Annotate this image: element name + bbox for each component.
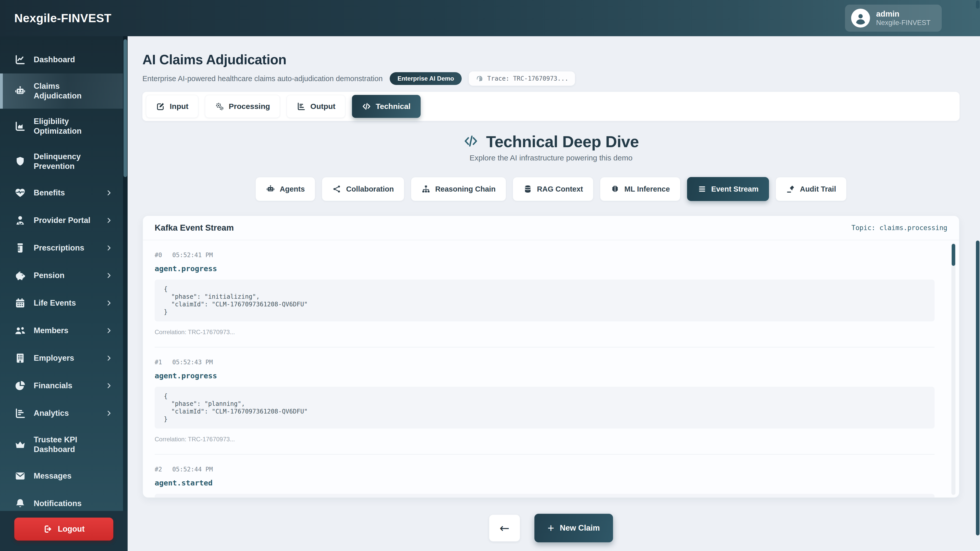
heart-pulse-icon bbox=[14, 187, 26, 199]
tab-label: Output bbox=[310, 102, 335, 111]
subtab-ml-inference[interactable]: ML Inference bbox=[600, 177, 680, 201]
fingerprint-icon bbox=[476, 75, 484, 83]
event-list: #0 05:52:41 PM agent.progress { "phase":… bbox=[143, 240, 959, 497]
card-header: Kafka Event Stream Topic: claims.process… bbox=[143, 216, 959, 240]
page-scrollbar-top-thumb[interactable] bbox=[976, 0, 980, 9]
sidebar-item-analytics[interactable]: Analytics bbox=[0, 400, 123, 427]
sidebar-item-label: Eligibility Optimization bbox=[34, 117, 105, 136]
card-title: Kafka Event Stream bbox=[155, 223, 234, 233]
chart-area-icon bbox=[14, 121, 26, 132]
sidebar-scrollbar-thumb[interactable] bbox=[124, 39, 127, 177]
tab-label: Technical bbox=[375, 102, 410, 111]
sidebar-item-dashboard[interactable]: Dashboard bbox=[0, 46, 123, 73]
sidebar-item-label: Notifications bbox=[34, 499, 82, 508]
subtab-agents[interactable]: Agents bbox=[256, 177, 315, 201]
user-badge[interactable]: admin Nexgile-FINVEST bbox=[845, 5, 942, 32]
chart-pie-icon bbox=[14, 380, 26, 392]
kafka-topic: Topic: claims.processing bbox=[851, 224, 947, 232]
event-index: #0 bbox=[155, 251, 162, 259]
sidebar-item-label: Claims Adjudication bbox=[34, 81, 105, 101]
user-icon bbox=[853, 11, 868, 25]
event-name: agent.progress bbox=[155, 264, 935, 273]
new-claim-label: New Claim bbox=[560, 524, 600, 533]
pen-square-icon bbox=[156, 102, 165, 111]
sidebar-item-employers[interactable]: Employers bbox=[0, 345, 123, 372]
subtab-label: Audit Trail bbox=[800, 185, 836, 193]
page-scrollbar-thumb[interactable] bbox=[976, 241, 980, 535]
trace-badge-label: Trace: TRC-17670973... bbox=[487, 75, 568, 82]
sidebar-item-prescriptions[interactable]: Prescriptions bbox=[0, 234, 123, 262]
demo-badge: Enterprise AI Demo bbox=[390, 72, 462, 85]
event-correlation: Correlation: TRC-17670973... bbox=[155, 436, 935, 443]
sidebar-item-trustee-kpi-dashboard[interactable]: Trustee KPI Dashboard bbox=[0, 427, 123, 462]
sidebar-item-eligibility-optimization[interactable]: Eligibility Optimization bbox=[0, 109, 123, 144]
sidebar-item-notifications[interactable]: Notifications bbox=[0, 490, 123, 511]
chevron-right-icon bbox=[105, 354, 113, 362]
sidebar-item-messages[interactable]: Messages bbox=[0, 462, 123, 490]
code-icon bbox=[463, 133, 479, 150]
gears-icon bbox=[215, 102, 224, 111]
subtab-reasoning-chain[interactable]: Reasoning Chain bbox=[411, 177, 506, 201]
logout-button[interactable]: Logout bbox=[14, 518, 113, 540]
event-time: 05:52:44 PM bbox=[172, 466, 213, 473]
tab-input[interactable]: Input bbox=[146, 95, 198, 118]
sidebar-item-label: Trustee KPI Dashboard bbox=[34, 435, 105, 454]
sidebar-item-pension[interactable]: Pension bbox=[0, 262, 123, 289]
tab-output[interactable]: Output bbox=[286, 95, 345, 118]
sidebar-item-label: Dashboard bbox=[34, 55, 75, 65]
sidebar-item-label: Messages bbox=[34, 471, 72, 481]
share-nodes-icon bbox=[332, 184, 342, 194]
subtab-label: Event Stream bbox=[711, 185, 759, 193]
calendar-icon bbox=[14, 297, 26, 309]
subtab-label: Collaboration bbox=[346, 185, 394, 193]
code-icon bbox=[362, 102, 371, 111]
event-index: #1 bbox=[155, 359, 162, 366]
sidebar-item-benefits[interactable]: Benefits bbox=[0, 179, 123, 206]
sidebar-item-financials[interactable]: Financials bbox=[0, 372, 123, 400]
subtab-event-stream[interactable]: Event Stream bbox=[687, 177, 769, 201]
event-list-scrollbar[interactable] bbox=[951, 243, 956, 495]
sidebar-item-label: Prescriptions bbox=[34, 243, 84, 253]
chevron-right-icon bbox=[105, 244, 113, 252]
robot-icon bbox=[14, 85, 26, 97]
avatar bbox=[851, 9, 870, 27]
user-org: Nexgile-FINVEST bbox=[876, 19, 931, 27]
trace-badge: Trace: TRC-17670973... bbox=[469, 71, 575, 86]
subtab-collaboration[interactable]: Collaboration bbox=[322, 177, 404, 201]
event-list-scrollbar-thumb[interactable] bbox=[952, 244, 955, 266]
sidebar-item-label: Life Events bbox=[34, 298, 76, 308]
piggy-bank-icon bbox=[14, 270, 26, 281]
event-meta: #2 05:52:44 PM bbox=[155, 466, 935, 473]
logout-icon bbox=[43, 524, 52, 534]
event-time: 05:52:41 PM bbox=[172, 251, 213, 259]
arrow-left-icon: ← bbox=[500, 521, 509, 535]
back-button[interactable]: ← bbox=[489, 514, 520, 541]
technical-subtabs: Agents Collaboration Reasoning Chain RAG… bbox=[142, 177, 959, 201]
sidebar-item-claims-adjudication[interactable]: Claims Adjudication bbox=[0, 73, 123, 109]
building-icon bbox=[14, 352, 26, 364]
sitemap-icon bbox=[422, 184, 431, 194]
tab-processing[interactable]: Processing bbox=[205, 95, 280, 118]
chevron-right-icon bbox=[105, 272, 113, 279]
event-meta: #0 05:52:41 PM bbox=[155, 251, 935, 259]
sidebar-item-life-events[interactable]: Life Events bbox=[0, 289, 123, 317]
subtab-audit-trail[interactable]: Audit Trail bbox=[776, 177, 846, 201]
event-meta: #1 05:52:43 PM bbox=[155, 359, 935, 366]
page-subtitle: Enterprise AI-powered healthcare claims … bbox=[142, 75, 383, 83]
event-name: agent.progress bbox=[155, 372, 935, 380]
event-payload: { "phase": "planning", "claimId": "CLM-1… bbox=[155, 387, 935, 429]
sidebar-scrollbar[interactable] bbox=[123, 36, 127, 511]
sidebar-footer: Logout bbox=[0, 511, 127, 551]
page-subtitle-row: Enterprise AI-powered healthcare claims … bbox=[142, 71, 959, 86]
sidebar-item-label: Members bbox=[34, 326, 68, 335]
sidebar-item-provider-portal[interactable]: Provider Portal bbox=[0, 206, 123, 234]
event-correlation: Correlation: TRC-17670973... bbox=[155, 329, 935, 336]
tab-technical[interactable]: Technical bbox=[352, 95, 420, 118]
kafka-event-stream-card: Kafka Event Stream Topic: claims.process… bbox=[142, 215, 959, 498]
new-claim-button[interactable]: + New Claim bbox=[535, 514, 613, 542]
brain-icon bbox=[611, 184, 620, 194]
sidebar-item-delinquency-prevention[interactable]: Delinquency Prevention bbox=[0, 144, 123, 179]
event-time: 05:52:43 PM bbox=[172, 359, 213, 366]
sidebar-item-members[interactable]: Members bbox=[0, 317, 123, 345]
subtab-rag-context[interactable]: RAG Context bbox=[513, 177, 593, 201]
